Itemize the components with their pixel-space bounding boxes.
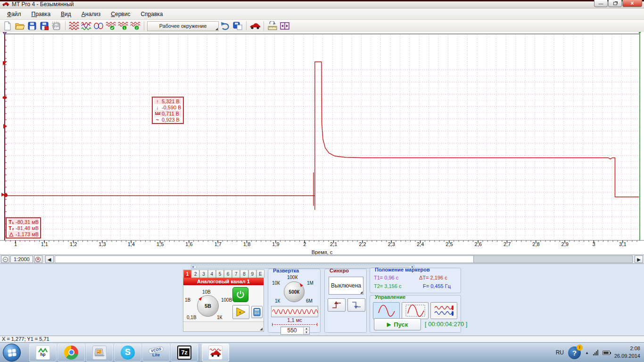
knob-scale-label: 100В bbox=[221, 297, 232, 303]
channel-calculator-button[interactable] bbox=[251, 306, 263, 318]
resize-grip-icon[interactable] bbox=[260, 328, 263, 330]
menu-Справка[interactable]: Справка bbox=[135, 9, 168, 19]
measurement-box[interactable]: ↑ 5,321 В ↓ -0,590 В 0,711 В ~ 0,923 В bbox=[152, 97, 184, 124]
scroll-left-button[interactable]: ◀ bbox=[45, 255, 54, 263]
waves-check-button[interactable] bbox=[105, 21, 116, 32]
taskbar-7zip-button[interactable]: 7z bbox=[171, 344, 198, 362]
marker-values-box[interactable]: T₁ -80,31 мВ T₂ -81,48 мВ △ -1,173 мВ bbox=[6, 217, 41, 239]
close-button[interactable]: × bbox=[622, 0, 642, 7]
markers-tool-button[interactable] bbox=[279, 21, 290, 32]
save-icon bbox=[28, 22, 36, 30]
samples-spinner[interactable]: 550 ▲ ▼ bbox=[281, 327, 310, 335]
control-group-title: Управление bbox=[374, 295, 406, 300]
show-hidden-icons-button[interactable]: ▲ bbox=[585, 351, 589, 355]
mode-single-button[interactable] bbox=[373, 302, 400, 319]
taskbar-hp-button[interactable]: hp bbox=[29, 344, 57, 362]
waves-mixed-button[interactable] bbox=[81, 21, 92, 32]
sweep-rate-knob[interactable]: 500К bbox=[284, 281, 305, 302]
taskbar-mtpro-button[interactable] bbox=[202, 344, 229, 362]
menu-Вид[interactable]: Вид bbox=[56, 9, 76, 19]
taskbar-skype-button[interactable]: S bbox=[114, 344, 141, 362]
channel-tab-6[interactable]: 6 bbox=[224, 270, 232, 278]
arrow-up-max-icon: ↑ bbox=[154, 99, 161, 104]
t1-cursor-icon: T₁ bbox=[8, 219, 15, 225]
zoom-out-button[interactable]: − bbox=[1, 255, 9, 263]
taskbar-vcds-button[interactable]: VCDS Lite bbox=[142, 344, 170, 362]
menu-Правка[interactable]: Правка bbox=[26, 9, 56, 19]
save-fragment-button[interactable] bbox=[51, 21, 62, 32]
sweep-wave-display bbox=[271, 306, 318, 317]
channel-tab-3[interactable]: 3 bbox=[199, 270, 207, 278]
menu-Анализ[interactable]: Анализ bbox=[76, 9, 106, 19]
dc-level-icon bbox=[154, 112, 161, 115]
open-file-button[interactable] bbox=[14, 21, 25, 32]
alert-badge-icon: ! bbox=[577, 345, 583, 351]
sync-mode-dropdown[interactable]: Выключена bbox=[329, 277, 363, 295]
marker-t1-value: T1= 0,96 с bbox=[374, 275, 398, 280]
time-scrollbar-row: − 1:2000 + ◀ ▶ bbox=[0, 255, 644, 264]
action-center-icon[interactable]: ?! bbox=[568, 346, 581, 359]
waves-all-button[interactable] bbox=[68, 21, 80, 32]
measure-row-max: ↑ 5,321 В bbox=[154, 98, 182, 104]
channel-tab-9[interactable]: 9 bbox=[248, 270, 256, 278]
start-button[interactable]: ▶ Пуск bbox=[374, 318, 421, 330]
waves-2-button[interactable]: 2 bbox=[130, 21, 141, 32]
knob-scale-label: 10В bbox=[202, 289, 211, 295]
ruler-measure-button[interactable] bbox=[267, 21, 278, 32]
menu-Файл[interactable]: Файл bbox=[2, 9, 26, 19]
spinner-down-icon[interactable]: ▼ bbox=[304, 331, 309, 335]
zoom-in-button[interactable]: + bbox=[34, 255, 42, 263]
oscillogram-area[interactable]: 12 ↑ 5,321 В ↓ -0,590 В 0,711 В ~ 0,923 … bbox=[0, 32, 644, 255]
samples-value[interactable]: 550 bbox=[281, 327, 303, 334]
channel-tab-E[interactable]: E bbox=[256, 270, 264, 278]
scrollbar-thumb[interactable] bbox=[55, 256, 474, 263]
spinner-up-icon[interactable]: ▲ bbox=[304, 327, 309, 331]
mode-recorder-button[interactable] bbox=[430, 302, 457, 319]
network-signal-icon[interactable] bbox=[593, 350, 598, 355]
undo-button[interactable] bbox=[220, 21, 231, 32]
start-button-orb[interactable] bbox=[3, 344, 21, 362]
car-diagnostics-button[interactable] bbox=[249, 21, 261, 32]
voltage-range-knob[interactable]: 5В bbox=[197, 295, 219, 317]
knob-scale-label: 1К bbox=[275, 298, 280, 304]
falling-edge-button[interactable] bbox=[347, 298, 365, 312]
clock[interactable]: 2:08 26.09.2014 bbox=[614, 345, 640, 360]
waves-1-button[interactable]: 1 bbox=[117, 21, 129, 32]
channel-tab-5[interactable]: 5 bbox=[216, 270, 224, 278]
scrollbar-track[interactable] bbox=[55, 255, 633, 263]
channel-probe-button[interactable]: x bbox=[232, 305, 249, 319]
save-screen-button[interactable] bbox=[232, 21, 243, 32]
svg-text:1: 1 bbox=[4, 32, 6, 34]
channel-tab-7[interactable]: 7 bbox=[232, 270, 240, 278]
scroll-right-button[interactable]: ▶ bbox=[635, 255, 643, 263]
toolbar-separator bbox=[246, 21, 247, 31]
channel-tab-4[interactable]: 4 bbox=[208, 270, 216, 278]
status-bar: X = 1,277; Y1 = 5,71 bbox=[0, 336, 644, 342]
waves-check-icon bbox=[106, 21, 116, 31]
skype-icon: S bbox=[121, 346, 135, 360]
language-indicator[interactable]: RU bbox=[556, 349, 564, 356]
workspace-combo[interactable]: Рабочее окружение bbox=[147, 21, 219, 31]
x-tick-label: 3 bbox=[593, 241, 595, 247]
channel-tab-8[interactable]: 8 bbox=[240, 270, 248, 278]
channel-power-button[interactable] bbox=[232, 287, 248, 302]
falling-edge-icon bbox=[351, 301, 362, 309]
taskbar-chrome-button[interactable] bbox=[58, 344, 85, 362]
save-as-button[interactable] bbox=[39, 21, 50, 32]
battery-icon[interactable] bbox=[603, 351, 610, 355]
measure-row-min: ↓ -0,590 В bbox=[154, 104, 182, 110]
channel-tab-1[interactable]: 1 bbox=[183, 270, 191, 278]
waves-overlay-button[interactable] bbox=[93, 21, 104, 32]
minimize-button[interactable]: — bbox=[594, 0, 608, 7]
rising-edge-button[interactable] bbox=[328, 298, 346, 312]
marker-row-t1: T₁ -80,31 мВ bbox=[8, 219, 39, 225]
channel-tab-2[interactable]: 2 bbox=[191, 270, 199, 278]
mode-continuous-button[interactable] bbox=[402, 302, 429, 319]
app-car-icon bbox=[2, 1, 9, 7]
menu-Сервис[interactable]: Сервис bbox=[106, 9, 135, 19]
restore-button[interactable] bbox=[608, 0, 622, 7]
save-button[interactable] bbox=[26, 21, 38, 32]
taskbar-photo-viewer-button[interactable] bbox=[86, 344, 113, 362]
waves-overlay-icon bbox=[93, 21, 104, 31]
new-file-button[interactable] bbox=[2, 21, 13, 32]
